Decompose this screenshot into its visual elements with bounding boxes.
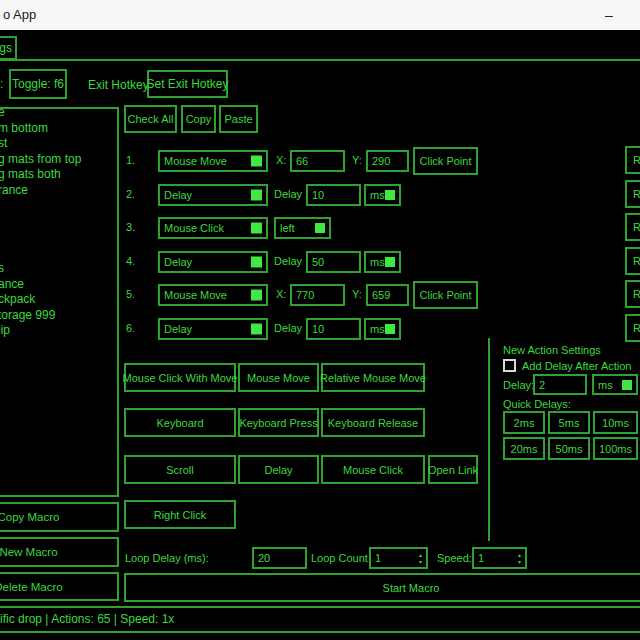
action-type-dropdown[interactable]: Delay <box>158 318 268 340</box>
spin-up-icon[interactable]: ▴ <box>419 552 422 558</box>
action-type-dropdown[interactable]: Mouse Move <box>158 150 268 172</box>
delay-button[interactable]: Delay <box>238 455 319 484</box>
menu-tab-settings[interactable]: gs <box>0 36 17 60</box>
click-point-button[interactable]: Click Point <box>413 281 478 309</box>
add-delay-checkbox[interactable] <box>503 359 516 372</box>
status-bar-bottom-border <box>0 631 640 633</box>
mouse-button-value: left <box>280 222 295 234</box>
keyboard-release-button[interactable]: Keyboard Release <box>321 408 425 437</box>
action-type-dropdown[interactable]: Delay <box>158 251 268 273</box>
spin-down-icon[interactable]: ▾ <box>419 559 422 565</box>
y-label: Y: <box>352 288 362 300</box>
remove-button[interactable]: R <box>625 314 640 342</box>
remove-button[interactable]: R <box>625 213 640 241</box>
relative-mouse-move-button[interactable]: Relative Mouse Move <box>321 363 425 392</box>
action-number: 5. <box>126 288 135 300</box>
unit-dropdown[interactable]: ms <box>364 251 401 273</box>
loop-count-stepper[interactable]: ▴ ▾ <box>369 547 428 569</box>
copy-macro-button[interactable]: Copy Macro <box>0 502 119 532</box>
menu-bar: gs <box>0 30 640 61</box>
loop-delay-label: Loop Delay (ms): <box>125 552 209 564</box>
status-bar-top-border <box>0 606 640 608</box>
mouse-click-button[interactable]: Mouse Click <box>321 455 425 484</box>
action-row: 5. Mouse Move X: Y: Click Point R <box>0 281 640 309</box>
action-type-value: Mouse Move <box>164 289 227 301</box>
loop-delay-input[interactable] <box>252 547 307 569</box>
remove-button[interactable]: R <box>625 180 640 208</box>
action-number: 3. <box>126 221 135 233</box>
action-type-dropdown[interactable]: Delay <box>158 184 268 206</box>
delete-macro-button[interactable]: Delete Macro <box>0 572 119 601</box>
delay-input[interactable] <box>306 184 361 206</box>
mouse-move-button[interactable]: Mouse Move <box>238 363 319 392</box>
action-type-value: Delay <box>164 256 192 268</box>
set-exit-hotkey-button[interactable]: Set Exit Hotkey <box>147 70 228 98</box>
action-number: 1. <box>126 154 135 166</box>
panel-divider <box>488 338 490 541</box>
keyboard-press-button[interactable]: Keyboard Press <box>238 408 319 437</box>
nas-unit-dropdown[interactable]: ms <box>592 374 638 395</box>
copy-button[interactable]: Copy <box>181 105 216 133</box>
dropdown-indicator-icon <box>385 190 395 200</box>
check-all-button[interactable]: Check All <box>124 105 177 133</box>
quick-delay-5ms-button[interactable]: 5ms <box>548 411 590 434</box>
action-type-dropdown[interactable]: Mouse Move <box>158 284 268 306</box>
action-type-value: Mouse Move <box>164 155 227 167</box>
quick-delay-10ms-button[interactable]: 10ms <box>593 411 638 434</box>
x-input[interactable] <box>290 150 345 172</box>
mouse-click-with-move-button[interactable]: Mouse Click With Move <box>124 363 236 392</box>
dropdown-indicator-icon <box>251 257 262 268</box>
right-click-button[interactable]: Right Click <box>124 500 236 529</box>
quick-delay-2ms-button[interactable]: 2ms <box>503 411 545 434</box>
new-macro-button[interactable]: New Macro <box>0 537 119 567</box>
y-input[interactable] <box>366 284 409 306</box>
remove-button[interactable]: R <box>625 146 640 174</box>
remove-button[interactable]: R <box>625 247 640 275</box>
nas-delay-label: Delay: <box>503 379 534 391</box>
x-input[interactable] <box>290 284 345 306</box>
spin-up-icon[interactable]: ▴ <box>518 552 521 558</box>
dropdown-indicator-icon <box>251 290 262 301</box>
status-bar-text: ific drop | Actions: 65 | Speed: 1x <box>0 612 174 626</box>
unit-dropdown[interactable]: ms <box>364 318 401 340</box>
toggle-hotkey-label: : <box>0 77 3 91</box>
keyboard-button[interactable]: Keyboard <box>124 408 236 437</box>
dropdown-indicator-icon <box>251 190 262 201</box>
click-point-button[interactable]: Click Point <box>413 147 478 175</box>
toggle-hotkey-button[interactable]: Toggle: f6 <box>9 69 67 99</box>
macro-list-item[interactable]: m bottom <box>0 121 117 137</box>
y-input[interactable] <box>366 150 409 172</box>
quick-delays-label: Quick Delays: <box>503 398 571 410</box>
quick-delay-100ms-button[interactable]: 100ms <box>593 437 638 460</box>
action-row: 3. Mouse Click left R <box>0 214 640 242</box>
scroll-button[interactable]: Scroll <box>124 455 236 484</box>
nas-delay-input[interactable] <box>533 374 587 395</box>
quick-delay-50ms-button[interactable]: 50ms <box>548 437 590 460</box>
action-row: 6. Delay Delay ms R <box>0 315 640 343</box>
unit-dropdown[interactable]: ms <box>364 184 401 206</box>
exit-hotkey-label: Exit Hotkey: <box>88 78 152 92</box>
action-number: 2. <box>126 188 135 200</box>
action-type-value: Delay <box>164 323 192 335</box>
speed-stepper[interactable]: ▴ ▾ <box>472 547 527 569</box>
minimize-button[interactable]: – <box>594 0 624 30</box>
dropdown-indicator-icon <box>251 223 262 234</box>
action-type-dropdown[interactable]: Mouse Click <box>158 217 268 239</box>
paste-button[interactable]: Paste <box>219 105 258 133</box>
macro-list-item[interactable]: e <box>0 107 117 121</box>
add-delay-label: Add Delay After Action <box>522 360 631 372</box>
delay-input[interactable] <box>306 318 361 340</box>
dropdown-indicator-icon <box>385 324 395 334</box>
speed-label: Speed: <box>437 552 472 564</box>
unit-value: ms <box>370 189 385 201</box>
mouse-button-dropdown[interactable]: left <box>274 217 331 239</box>
quick-delay-20ms-button[interactable]: 20ms <box>503 437 545 460</box>
open-link-button[interactable]: Open Link <box>428 455 478 484</box>
spin-down-icon[interactable]: ▾ <box>518 559 521 565</box>
remove-button[interactable]: R <box>625 280 640 308</box>
start-macro-button[interactable]: Start Macro <box>124 573 640 602</box>
loop-count-input[interactable] <box>371 549 426 567</box>
unit-value: ms <box>598 379 613 391</box>
action-type-value: Delay <box>164 189 192 201</box>
delay-input[interactable] <box>306 251 361 273</box>
